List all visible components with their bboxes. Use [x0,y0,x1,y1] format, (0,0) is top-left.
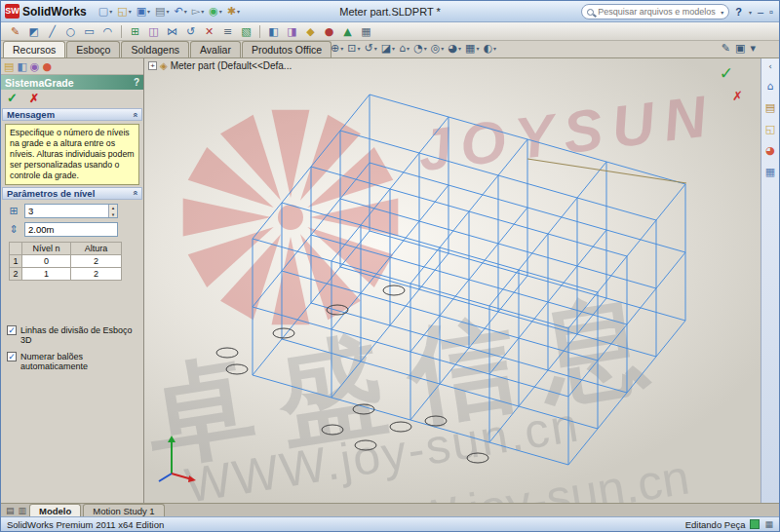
sketch-icon[interactable]: ✎ [7,24,23,39]
new-motion-study-icon[interactable]: ▥ [19,506,27,515]
file-explorer-icon[interactable]: ◱ [765,123,775,135]
tab-esboco[interactable]: Esboço [66,41,120,57]
zoom-fit-icon[interactable]: ⊕▾ [331,42,343,55]
print-icon[interactable]: ▤▾ [153,4,171,19]
tab-avaliar[interactable]: Avaliar [190,41,241,57]
quick-tips-icon[interactable]: ▦ [764,519,773,529]
split-view-icon[interactable]: ▤ [6,506,15,515]
heads-up-toolbar: ⊕▾⊡▾↺▾◪▾⌂▾◔▾◎▾◕▾▦▾◐▾ [331,42,496,55]
rotate-view-icon[interactable]: ↺ [182,24,199,39]
help-dropdown-icon[interactable]: ▾ [749,9,752,16]
message-section-header[interactable]: Mensagem « [2,108,142,121]
previous-view-icon[interactable]: ↺▾ [364,42,376,55]
line-icon[interactable]: ╱ [44,24,60,39]
collapse-chevron-icon[interactable]: « [130,112,139,117]
document-title: Meter part.SLDPRT * [339,1,441,22]
expand-toolbar-icon[interactable]: ▾ [750,42,756,55]
collapse-chevron-icon[interactable]: « [130,191,139,196]
row-number[interactable]: 2 [10,267,22,280]
spinner[interactable]: ▴▾ [108,205,117,217]
solidworks-logo-icon[interactable]: SW [5,4,20,19]
display-list-icon[interactable]: ≡ [219,24,236,39]
rectangle-icon[interactable]: ▭ [81,24,98,39]
expand-icon[interactable]: + [148,61,157,70]
pm-appearances-tab[interactable]: ● [42,60,52,73]
tab-recursos[interactable]: Recursos [3,41,65,57]
shell-icon[interactable]: ◨ [284,24,300,39]
task-resources-icon[interactable]: ⌂ [767,80,774,93]
minimize-icon[interactable]: – [758,6,763,18]
cell-altura[interactable]: 2 [71,254,122,267]
smart-dimension-icon[interactable]: ◩ [25,24,42,39]
save-icon[interactable]: ▣▾ [135,4,152,19]
revolve-icon[interactable]: ◫ [145,24,162,39]
trim-icon[interactable]: ✕ [201,24,217,39]
spinner-down-icon[interactable]: ▾ [112,211,115,217]
sketch-panel-icon[interactable]: ✎ [722,42,730,55]
circle-icon[interactable]: ○ [62,24,79,39]
undo-icon[interactable]: ↶▾ [172,4,188,19]
edit-appearance-icon[interactable]: ◕▾ [448,42,461,55]
tab-modelo[interactable]: Modelo [29,504,81,516]
cancel-button[interactable]: ✗ [29,92,39,105]
cell-nivel[interactable]: 0 [22,254,71,267]
checkbox-auto-balloons[interactable]: ✓ Numerar balões automaticamente [7,352,137,372]
restore-icon[interactable]: ▫ [769,6,773,18]
level-params-section-header[interactable]: Parâmetros de nível « [2,187,142,200]
search-box[interactable]: ▾ [581,4,729,19]
titlebar-right: ▾ ? ▾ – ▫ [581,1,773,22]
tab-soldagens[interactable]: Soldagens [121,41,189,57]
section-view-icon[interactable]: ◪▾ [381,42,395,55]
checkbox-division-lines[interactable]: ✓ Linhas de divisão de Esboço 3D [7,325,137,346]
reference-geometry-icon[interactable]: ◆ [302,24,319,39]
grid-system-icon[interactable]: ▦ [358,24,374,39]
confirm-ok-icon[interactable]: ✓ [720,63,733,83]
appearances-pane-icon[interactable]: ◕ [765,144,775,157]
mirror-icon[interactable]: ⋈ [164,24,180,39]
ok-button[interactable]: ✓ [7,91,18,105]
collapse-task-pane-icon[interactable]: ‹ [768,61,772,71]
open-icon[interactable]: ◱▾ [115,4,133,19]
options-icon[interactable]: ✱▾ [225,4,242,19]
tab-motion-study-1[interactable]: Motion Study 1 [83,504,164,516]
display-style-icon[interactable]: ◔▾ [413,42,427,55]
checkbox-icon[interactable]: ✓ [7,352,17,361]
num-levels-input[interactable] [24,204,118,218]
viewport[interactable]: JOYSUN 卓盛信息 WWW.joy-sun.cn WWW.joy-sun.c… [144,58,760,503]
rebuild-icon[interactable]: ◉▾ [207,4,224,19]
custom-properties-icon[interactable]: ▦ [765,166,775,178]
pm-properties-tab[interactable]: ▤ [4,60,14,73]
pm-dimxpert-tab[interactable]: ◉ [30,60,40,73]
arc-icon[interactable]: ◠ [99,24,116,39]
zoom-area-icon[interactable]: ⊡▾ [347,42,360,55]
pm-help-icon[interactable]: ? [134,77,139,88]
cell-altura[interactable]: 2 [71,267,122,280]
dropdown-arrow-icon: ▾ [184,8,187,15]
help-icon[interactable]: ? [735,6,742,18]
cell-nivel[interactable]: 1 [22,267,71,280]
spinner-up-icon[interactable]: ▴ [112,205,115,210]
appearance-icon[interactable]: ● [321,24,337,39]
level-height-input[interactable] [24,222,118,237]
fillet-icon[interactable]: ◧ [265,24,282,39]
view-orientation-icon[interactable]: ⌂▾ [399,42,410,55]
checkbox-icon[interactable]: ✓ [7,325,17,335]
pattern-icon[interactable]: ▧ [238,24,254,39]
row-number[interactable]: 1 [10,254,22,267]
curve-icon[interactable]: ▲ [339,24,356,39]
pm-configurations-tab[interactable]: ◧ [17,60,26,73]
dropdown-arrow-icon: ▾ [129,8,132,15]
hide-show-icon[interactable]: ◎▾ [431,42,445,55]
select-icon[interactable]: ▻▾ [190,4,206,19]
confirm-cancel-icon[interactable]: ✗ [732,89,743,103]
tab-produtos-office[interactable]: Produtos Office [242,41,332,57]
design-library-icon[interactable]: ▤ [765,101,775,114]
settings-panel-icon[interactable]: ▣ [735,42,745,55]
search-input[interactable] [598,7,716,17]
feature-tree-root[interactable]: + ◈ Meter part (Default<<Defa... [148,60,292,71]
new-document-icon[interactable]: ▢▾ [97,4,114,19]
extrude-icon[interactable]: ⊞ [127,24,143,39]
view-settings-icon[interactable]: ◐▾ [483,42,496,55]
search-dropdown-icon[interactable]: ▾ [721,9,723,16]
scene-icon[interactable]: ▦▾ [465,42,479,55]
